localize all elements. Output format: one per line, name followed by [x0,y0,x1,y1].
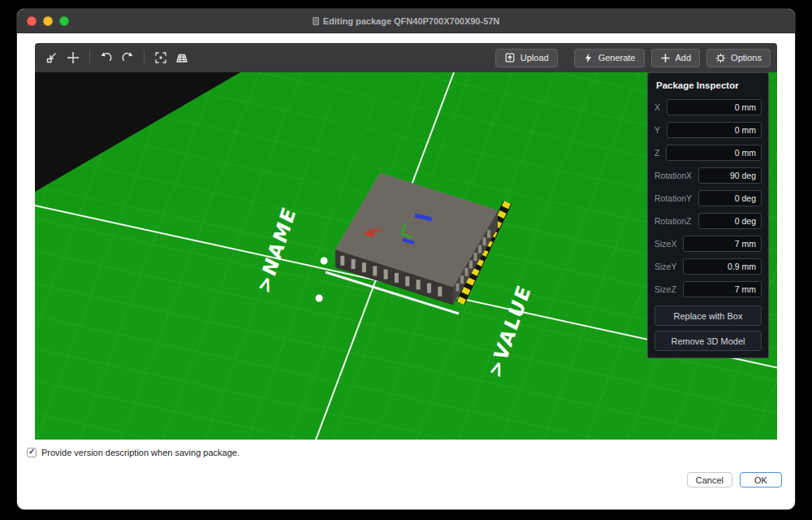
lightning-icon [583,53,594,63]
fit-view-icon [154,51,167,64]
field-label-z: Z [654,148,659,158]
toolbar-separator [89,50,90,65]
version-checkbox-label: Provide version description when saving … [41,448,240,457]
dialog-window: Editing package QFN40P700X700X90-57N [16,8,796,510]
undo-icon [100,51,113,64]
gear-icon [715,53,726,63]
toolbar: Upload Generate Add Options [35,43,777,72]
field-input-x[interactable] [667,99,762,115]
replace-with-box-button[interactable]: Replace with Box [654,306,762,326]
window-controls [17,16,69,26]
document-icon [313,17,319,25]
inspector-row-sizey: SizeY [648,255,768,278]
field-input-rotationy[interactable] [698,190,762,206]
field-input-rotationz[interactable] [698,213,762,229]
field-label-y: Y [654,125,660,135]
perspective-grid-button[interactable] [171,47,192,68]
fit-view-button[interactable] [150,47,171,68]
field-label-sizez: SizeZ [654,284,676,294]
inspector-row-rotationy: RotationY [648,187,768,210]
inspector-row-rotationz: RotationZ [648,210,768,232]
remove-3d-model-button[interactable]: Remove 3D Model [654,331,762,351]
redo-icon [121,51,134,64]
dialog-button-row: Cancel OK [17,457,795,488]
move-icon [67,51,80,64]
field-label-sizey: SizeY [654,262,676,271]
minimize-icon[interactable] [43,16,53,26]
viewport-3d[interactable]: >NAME >VALUE Package Inspector X Y Z Rot… [35,72,777,440]
add-button-label: Add [676,53,692,63]
inspector-row-y: Y [648,119,768,141]
inspector-row-sizez: SizeZ [648,278,768,301]
pin1-dot [321,258,328,265]
inspector-row-z: Z [648,141,768,164]
undo-button[interactable] [96,47,117,68]
field-label-rotationz: RotationZ [654,216,692,226]
import-model-button[interactable] [41,47,63,68]
field-label-rotationx: RotationX [654,171,692,180]
generate-button-label: Generate [598,53,636,63]
inspector-row-x: X [648,96,768,119]
field-input-sizex[interactable] [683,236,762,252]
cancel-button[interactable]: Cancel [687,472,732,488]
close-icon[interactable] [27,16,37,26]
field-label-sizex: SizeX [654,239,676,249]
zoom-icon[interactable] [59,16,69,26]
tray-arrow-up-icon [504,52,516,63]
package-inspector-panel: Package Inspector X Y Z RotationX Rotati… [647,72,769,358]
field-input-sizez[interactable] [683,281,762,297]
plus-icon [660,53,671,63]
redo-button[interactable] [117,47,138,68]
toolbar-separator [144,50,145,65]
perspective-grid-icon [175,51,188,64]
field-input-z[interactable] [666,145,762,161]
window-title: Editing package QFN40P700X700X90-57N [323,16,500,26]
field-input-sizey[interactable] [683,258,762,275]
field-label-rotationy: RotationY [654,193,692,203]
upload-button-label: Upload [520,53,549,63]
pin1-dot-2 [316,295,323,302]
generate-button[interactable]: Generate [574,49,645,67]
upload-button[interactable]: Upload [495,49,558,67]
options-button-label: Options [731,53,762,63]
window-titlebar[interactable]: Editing package QFN40P700X700X90-57N [17,9,795,33]
inspector-title: Package Inspector [648,73,768,96]
field-input-y[interactable] [667,122,762,138]
add-button[interactable]: Add [651,49,701,67]
options-button[interactable]: Options [706,49,771,67]
move-button[interactable] [63,47,84,68]
field-input-rotationx[interactable] [698,167,762,184]
ok-button[interactable]: OK [740,472,782,488]
window-title-wrap: Editing package QFN40P700X700X90-57N [17,9,795,32]
version-description-checkbox[interactable] [27,448,37,457]
version-option-row: Provide version description when saving … [17,440,795,457]
import-model-icon [45,51,58,64]
field-label-x: X [654,102,660,112]
inspector-row-sizex: SizeX [648,232,768,255]
inspector-row-rotationx: RotationX [648,164,768,187]
